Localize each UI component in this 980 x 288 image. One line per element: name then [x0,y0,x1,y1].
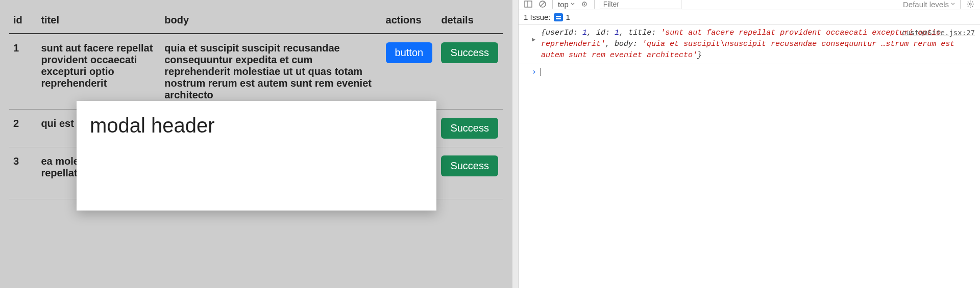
settings-icon[interactable] [966,0,975,9]
clear-console-icon[interactable] [538,0,547,9]
svg-line-14 [972,2,973,3]
issue-icon [554,13,563,21]
modal-dialog[interactable]: modal header [77,101,436,211]
toolbar-separator [960,0,961,9]
issues-bar[interactable]: 1 Issue: 1 [519,10,980,24]
cell-details: Success [437,110,503,147]
svg-point-5 [583,4,585,5]
cell-id: 2 [9,110,37,147]
cell-details: Success [437,34,503,110]
action-button[interactable]: button [386,42,433,63]
details-button[interactable]: Success [441,42,498,63]
toolbar-separator [552,0,553,9]
issues-label: 1 Issue: [524,13,551,21]
col-header-details: details [437,9,503,34]
context-label: top [558,0,569,9]
details-button[interactable]: Success [441,118,498,139]
page-content: id titel body actions details 1 sunt aut… [0,0,512,288]
svg-line-3 [541,2,545,6]
table-row: 1 sunt aut facere repellat provident occ… [9,34,503,110]
svg-point-6 [969,3,971,5]
sidebar-toggle-icon[interactable] [524,0,533,9]
console-log-entry[interactable]: customSite.jsx:27 ▶ {userId: 1, id: 1, t… [519,24,980,64]
table-header-row: id titel body actions details [9,9,503,34]
log-levels-label: Default levels [903,0,949,9]
pane-divider[interactable] [512,0,518,288]
col-header-title: titel [37,9,160,34]
log-levels-selector[interactable]: Default levels [903,0,955,9]
text-caret [541,68,541,76]
toolbar-separator [594,0,595,9]
cell-id: 3 [9,147,37,199]
cell-actions: button [382,34,437,110]
svg-line-12 [972,6,973,7]
filter-input[interactable] [600,0,681,9]
chevron-down-icon [951,2,955,6]
live-expression-icon[interactable] [580,0,589,9]
console-source-link[interactable]: customSite.jsx:27 [902,28,975,38]
issues-count: 1 [566,13,570,21]
console-prompt[interactable]: › [519,64,980,80]
chevron-down-icon [571,2,575,6]
console-object: {userId: 1, id: 1, title: 'sunt aut face… [541,29,954,60]
svg-rect-16 [556,17,561,18]
expand-arrow-icon[interactable]: ▶ [532,36,535,44]
svg-line-13 [968,6,969,7]
devtools-toolbar: top Default levels [519,0,980,10]
svg-line-11 [968,2,969,3]
cell-details: Success [437,147,503,199]
col-header-body: body [160,9,381,34]
modal-header: modal header [90,114,423,137]
cell-id: 1 [9,34,37,110]
details-button[interactable]: Success [441,155,498,176]
context-selector[interactable]: top [558,0,575,9]
cell-title: sunt aut facere repellat provident occae… [37,34,160,110]
svg-rect-0 [525,1,532,7]
col-header-actions: actions [382,9,437,34]
col-header-id: id [9,9,37,34]
prompt-chevron-icon: › [532,67,536,76]
cell-body: quia et suscipit suscipit recusandae con… [160,34,381,110]
devtools-panel: top Default levels 1 Issue: 1 customSite… [518,0,980,288]
